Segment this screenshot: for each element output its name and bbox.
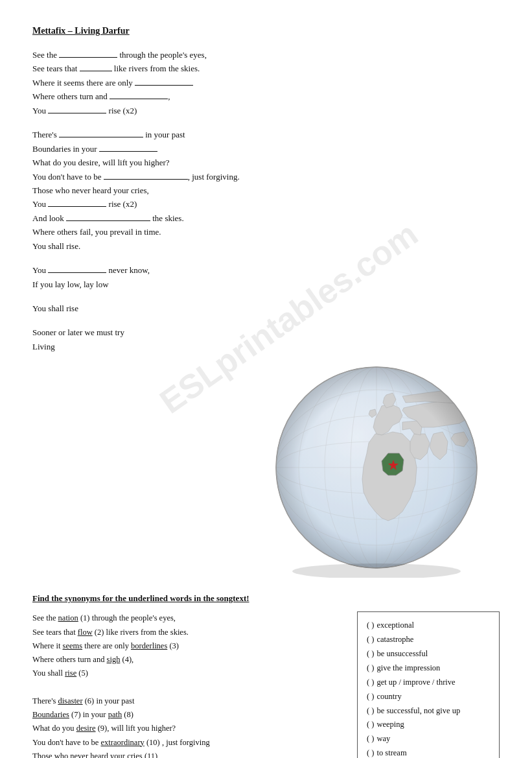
syn-item: ( ) country — [367, 690, 490, 704]
task-title: Find the synonyms for the underlined wor… — [32, 593, 500, 604]
syn-item: ( ) exceptional — [367, 619, 490, 633]
syn-item: ( ) be unsuccessful — [367, 647, 490, 661]
blank-9 — [48, 206, 106, 207]
annotated-lyrics: See the nation (1) through the people's … — [32, 611, 344, 758]
word-seems: seems — [63, 641, 83, 650]
word-disaster: disaster — [58, 696, 82, 705]
word-nation: nation — [58, 613, 78, 622]
blank-11 — [48, 272, 106, 273]
syn-item: ( ) to stream — [367, 746, 490, 758]
stanza-4: You shall rise — [32, 302, 279, 315]
svg-point-13 — [292, 563, 461, 578]
word-desire: desire — [76, 724, 96, 733]
page-title: Mettafix – Living Darfur — [32, 26, 500, 36]
syn-item: ( ) give the impression — [367, 661, 490, 676]
blank-3 — [135, 85, 193, 86]
svg-point-11 — [276, 367, 477, 568]
word-sigh: sigh — [107, 655, 121, 664]
stanza-3: You never know, If you lay low, lay low — [32, 263, 279, 291]
syn-item: ( ) get up / improve / thrive — [367, 676, 490, 690]
stanza-2: There's in your past Boundaries in your … — [32, 128, 279, 253]
word-rise-5: rise — [65, 669, 76, 678]
stanza-5: Sooner or later we must try Living — [32, 326, 279, 353]
word-boundaries: Boundaries — [32, 710, 69, 719]
syn-item: ( ) catastrophe — [367, 633, 490, 647]
blank-7 — [99, 151, 157, 152]
blank-6 — [59, 137, 143, 137]
blank-5 — [48, 113, 106, 113]
word-flow: flow — [78, 628, 93, 637]
blank-4 — [110, 99, 168, 99]
stanza-1: See the through the people's eyes, See t… — [32, 48, 279, 117]
blank-2 — [80, 71, 112, 71]
syn-item: ( ) be successful, not give up — [367, 704, 490, 718]
globe-container — [266, 357, 500, 580]
globe-image — [266, 357, 487, 578]
word-borderlines: borderlines — [131, 641, 167, 650]
syn-item: ( ) way — [367, 732, 490, 746]
word-path: path — [108, 710, 122, 719]
bottom-section: See the nation (1) through the people's … — [32, 611, 500, 758]
blank-1 — [59, 57, 117, 58]
word-extraordinary: extraordinary — [101, 738, 145, 747]
lyrics-section: See the through the people's eyes, See t… — [32, 48, 279, 364]
syn-item: ( ) weeping — [367, 718, 490, 732]
blank-10 — [66, 220, 150, 221]
synonyms-box: ( ) exceptional ( ) catastrophe ( ) be u… — [357, 611, 500, 758]
word-cries: cries — [127, 752, 143, 758]
blank-8 — [104, 179, 188, 180]
